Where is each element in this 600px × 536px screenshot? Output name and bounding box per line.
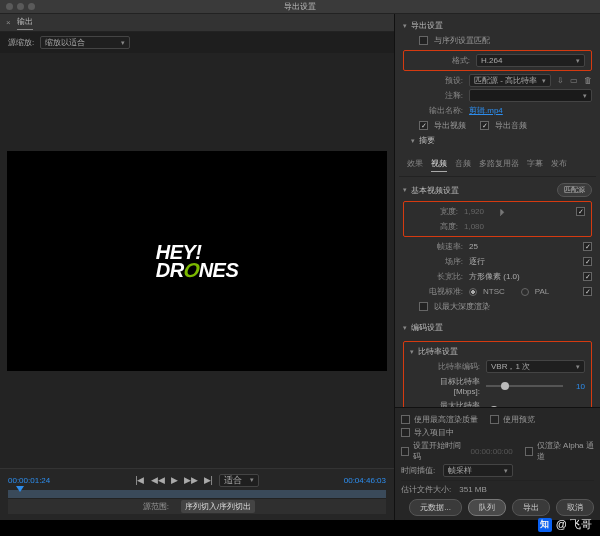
interp-select[interactable]: 帧采样 bbox=[443, 464, 513, 477]
section-bitrate[interactable]: 比特率设置 bbox=[406, 344, 589, 359]
section-export[interactable]: 导出设置 bbox=[399, 18, 596, 33]
delete-preset-icon[interactable]: 🗑 bbox=[584, 76, 592, 85]
zhihu-icon: 知 bbox=[538, 518, 552, 532]
window-title: 导出设置 bbox=[284, 1, 316, 12]
width-value[interactable]: 1,920 bbox=[464, 207, 488, 216]
target-bitrate-value[interactable]: 10 bbox=[569, 382, 585, 391]
settings-tabs: 效果 视频 音频 多路复用器 字幕 发布 bbox=[399, 154, 596, 177]
order-value[interactable]: 逐行 bbox=[469, 256, 485, 267]
match-tv-check[interactable] bbox=[583, 287, 592, 296]
tab-audio[interactable]: 音频 bbox=[455, 158, 471, 172]
timecode-out[interactable]: 00:04:46:03 bbox=[344, 476, 386, 485]
import-project-check[interactable] bbox=[401, 428, 410, 437]
footer: 使用最高渲染质量 使用预览 导入项目中 设置开始时间码 00:00:00:00 … bbox=[395, 407, 600, 520]
section-encode[interactable]: 编码设置 bbox=[399, 320, 596, 335]
max-depth-check[interactable] bbox=[419, 302, 428, 311]
metadata-button[interactable]: 元数据... bbox=[409, 499, 462, 516]
bitrate-encoding-select[interactable]: VBR，1 次 bbox=[486, 360, 585, 373]
format-select[interactable]: H.264 bbox=[476, 54, 585, 67]
save-preset-icon[interactable]: ⇩ bbox=[557, 76, 564, 85]
highlight-bitrate: 比特率设置 比特率编码: VBR，1 次 目标比特率 [Mbps]: 10 最大… bbox=[403, 341, 592, 407]
output-name-link[interactable]: 剪辑.mp4 bbox=[469, 105, 503, 116]
section-basic-video[interactable]: 基本视频设置 匹配源 bbox=[399, 181, 596, 199]
timecode-in[interactable]: 00:00:01:24 bbox=[8, 476, 50, 485]
preview-content: HEY! DRONES bbox=[156, 243, 239, 279]
set-start-tc-check[interactable] bbox=[401, 447, 409, 456]
fps-value[interactable]: 25 bbox=[469, 242, 478, 251]
use-preview-check[interactable] bbox=[490, 415, 499, 424]
range-label: 源范围: bbox=[139, 500, 173, 513]
comment-input[interactable] bbox=[469, 89, 592, 102]
alpha-only-check[interactable] bbox=[525, 447, 533, 456]
tab-publish[interactable]: 发布 bbox=[551, 158, 567, 172]
tab-video[interactable]: 视频 bbox=[431, 158, 447, 172]
highlight-format: 格式: H.264 bbox=[403, 50, 592, 71]
aspect-value[interactable]: 方形像素 (1.0) bbox=[469, 271, 520, 282]
video-preview: HEY! DRONES bbox=[0, 53, 394, 468]
close-icon[interactable]: × bbox=[6, 18, 11, 27]
import-preset-icon[interactable]: ▭ bbox=[570, 76, 578, 85]
settings-panel: 导出设置 与序列设置匹配 格式: H.264 预设: 匹配源 - 高比特率 ⇩▭… bbox=[395, 14, 600, 520]
playback-controls[interactable]: |◀◀◀▶▶▶▶| 适合 bbox=[135, 474, 259, 487]
height-value[interactable]: 1,080 bbox=[464, 222, 488, 231]
tab-output[interactable]: 输出 bbox=[17, 16, 33, 30]
match-aspect-check[interactable] bbox=[583, 272, 592, 281]
link-icon[interactable]: ⏵ bbox=[498, 206, 508, 217]
match-width-check[interactable] bbox=[576, 207, 585, 216]
source-scale-label: 源缩放: bbox=[8, 37, 34, 48]
timeline-track[interactable] bbox=[8, 490, 386, 498]
range-select[interactable]: 序列切入/序列切出 bbox=[181, 500, 255, 513]
match-sequence-check[interactable] bbox=[419, 36, 428, 45]
titlebar: 导出设置 bbox=[0, 0, 600, 14]
target-bitrate-slider[interactable] bbox=[486, 385, 563, 387]
cancel-button[interactable]: 取消 bbox=[556, 499, 594, 516]
ntsc-radio[interactable] bbox=[469, 288, 477, 296]
section-summary[interactable]: 摘要 bbox=[407, 133, 596, 148]
export-audio-check[interactable] bbox=[480, 121, 489, 130]
preview-panel: × 输出 源缩放: 缩放以适合 HEY! DRONES 00:00:01:24 bbox=[0, 14, 395, 520]
queue-button[interactable]: 队列 bbox=[468, 499, 506, 516]
match-fps-check[interactable] bbox=[583, 242, 592, 251]
highlight-dimensions: 宽度:1,920 ⏵ 高度:1,080 bbox=[403, 201, 592, 237]
preset-select[interactable]: 匹配源 - 高比特率 bbox=[469, 74, 551, 87]
est-size: 351 MB bbox=[459, 485, 487, 494]
source-scale-select[interactable]: 缩放以适合 bbox=[40, 36, 130, 49]
match-order-check[interactable] bbox=[583, 257, 592, 266]
export-button[interactable]: 导出 bbox=[512, 499, 550, 516]
tab-caption[interactable]: 字幕 bbox=[527, 158, 543, 172]
timeline: 00:00:01:24 |◀◀◀▶▶▶▶| 适合 00:04:46:03 源范围… bbox=[0, 468, 394, 520]
tab-effects[interactable]: 效果 bbox=[407, 158, 423, 172]
export-video-check[interactable] bbox=[419, 121, 428, 130]
max-quality-check[interactable] bbox=[401, 415, 410, 424]
match-source-button[interactable]: 匹配源 bbox=[557, 183, 592, 197]
tab-mux[interactable]: 多路复用器 bbox=[479, 158, 519, 172]
watermark: 知 @ 飞哥 bbox=[538, 517, 592, 532]
pal-radio[interactable] bbox=[521, 288, 529, 296]
window-controls[interactable] bbox=[6, 3, 35, 10]
